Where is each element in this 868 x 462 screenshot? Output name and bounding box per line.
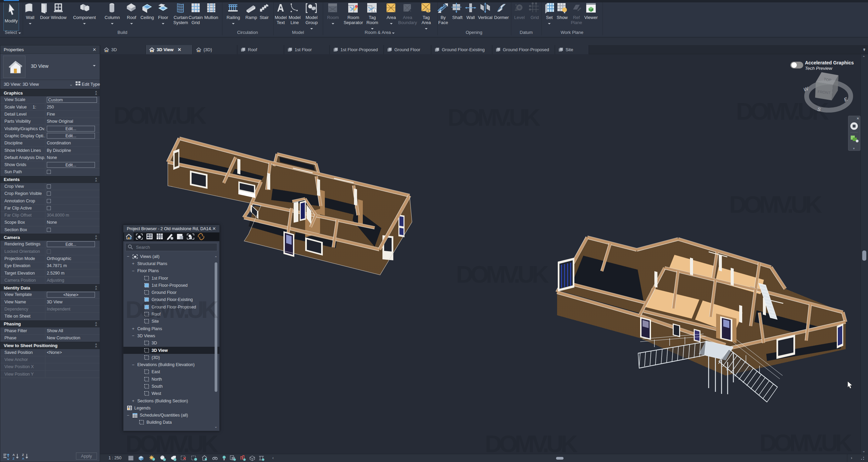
svg-text:DOMV.UK: DOMV.UK (448, 104, 540, 131)
svg-text:▾: ▾ (853, 147, 855, 150)
svg-text:Accelerated Graphics: Accelerated Graphics (805, 60, 854, 65)
svg-text:A: A (13, 453, 15, 457)
svg-text:A: A (22, 457, 24, 460)
svg-text:Z: Z (22, 453, 24, 457)
svg-text:Z: Z (13, 457, 15, 460)
svg-text:1: 1 (374, 9, 375, 12)
svg-text:DOMV.UK: DOMV.UK (125, 431, 218, 454)
svg-text:Tech Preview: Tech Preview (805, 66, 833, 71)
svg-text:1: 1 (428, 9, 429, 13)
svg-text:DOMV.UK: DOMV.UK (485, 431, 577, 454)
svg-text:DOMV.UK: DOMV.UK (736, 98, 829, 125)
svg-text:DOMV.UK: DOMV.UK (114, 102, 206, 129)
svg-text:DOMV.UK: DOMV.UK (729, 192, 822, 218)
svg-text:✕: ✕ (856, 117, 859, 120)
svg-text:DOMV.UK: DOMV.UK (456, 261, 549, 288)
svg-text:DOMV.UK: DOMV.UK (760, 430, 852, 454)
